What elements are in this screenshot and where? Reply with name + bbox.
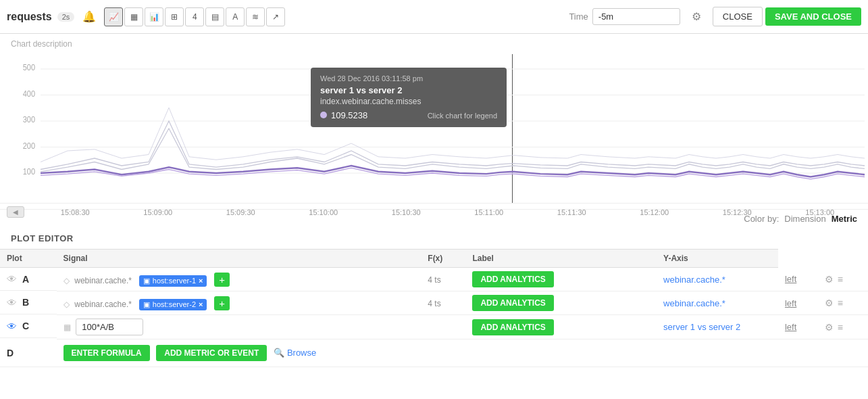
table-row: 👁 C ▦ ADD ANALYTICS server 1 vs server 2… — [0, 315, 868, 339]
row-menu-b[interactable]: ≡ — [838, 298, 843, 308]
analytics-cell-c: ADD ANALYTICS — [465, 315, 657, 339]
yaxis-link-a[interactable]: left — [785, 274, 796, 284]
label-link-c[interactable]: server 1 vs server 2 — [663, 322, 740, 332]
row-actions-c: ⚙ ≡ — [818, 315, 868, 339]
heatmap-icon[interactable]: ⊞ — [165, 7, 184, 26]
eye-toggle-a[interactable]: 👁 — [7, 273, 17, 285]
row-menu-a[interactable]: ≡ — [838, 274, 843, 285]
analytics-cell-a: ADD ANALYTICS — [465, 268, 657, 291]
label-cell-a: webinar.cache.* — [657, 268, 778, 291]
formula-input-c[interactable] — [76, 319, 143, 335]
signal-diamond-icon-a: ◇ — [63, 276, 70, 285]
time-tick: 15:13:00 — [805, 208, 834, 216]
chart-tooltip: Wed 28 Dec 2016 03:11:58 pm server 1 vs … — [311, 68, 507, 127]
add-analytics-c[interactable]: ADD ANALYTICS — [472, 319, 553, 335]
signal-cell-c: ▦ — [57, 315, 422, 339]
chart-container[interactable]: Wed 28 Dec 2016 03:11:58 pm server 1 vs … — [0, 54, 868, 203]
browse-label: Browse — [287, 348, 316, 358]
label-cell-b: webinar.cache.* — [657, 291, 778, 315]
add-tag-b[interactable]: + — [214, 296, 230, 310]
plot-editor: PLOT EDITOR Plot Signal F(x) Label Y-Axi… — [0, 228, 868, 367]
tooltip-title: server 1 vs server 2 — [320, 85, 497, 95]
row-actions-b: ⚙ ≡ — [818, 291, 868, 315]
table-icon[interactable]: ▤ — [205, 7, 224, 26]
label-link-a[interactable]: webinar.cache.* — [663, 275, 725, 285]
table-row: 👁 B ◇ webinar.cache.* ▣ host:server-2 × … — [0, 291, 868, 315]
text-icon[interactable]: A — [226, 7, 245, 26]
settings-icon[interactable]: ⚙ — [686, 6, 707, 28]
svg-text:300: 300 — [23, 116, 35, 124]
time-tick: 15:10:30 — [392, 208, 421, 216]
analytics-cell-b: ADD ANALYTICS — [465, 291, 657, 315]
row-gear-c[interactable]: ⚙ — [825, 322, 834, 333]
chart-back-arrow[interactable]: ◀ — [7, 206, 24, 218]
search-icon: 🔍 — [274, 348, 284, 358]
plot-id-a: A — [22, 274, 29, 285]
time-tick: 15:08:30 — [61, 208, 90, 216]
host-tag-icon-a: ▣ — [143, 277, 150, 285]
add-analytics-b[interactable]: ADD ANALYTICS — [472, 295, 553, 311]
browse-link[interactable]: 🔍 Browse — [274, 348, 316, 358]
label-link-b[interactable]: webinar.cache.* — [663, 298, 725, 308]
col-signal: Signal — [57, 250, 422, 268]
tooltip-date: Wed 28 Dec 2016 03:11:58 pm — [320, 74, 497, 83]
col-label: Label — [465, 250, 657, 268]
host-tag-icon-b: ▣ — [143, 300, 150, 309]
host-tag-remove-b[interactable]: × — [199, 300, 203, 308]
svg-text:100: 100 — [23, 168, 35, 177]
plot-id-d: D — [7, 348, 14, 358]
host-tag-b: ▣ host:server-2 × — [139, 299, 207, 310]
enter-formula-button[interactable]: ENTER FORMULA — [63, 345, 150, 361]
header: requests 2s 🔔 📈 ▦ 📊 ⊞ 4 ▤ A ≋ ↗ Time ⚙ C… — [0, 0, 868, 34]
ts-label-b: 4 ts — [428, 299, 440, 308]
add-analytics-a[interactable]: ADD ANALYTICS — [472, 271, 553, 287]
yaxis-link-c[interactable]: left — [785, 322, 796, 332]
chart-area[interactable]: Chart description Wed 28 Dec 2016 03:11:… — [0, 34, 868, 210]
svg-text:400: 400 — [23, 89, 35, 98]
eye-toggle-c[interactable]: 👁 — [7, 321, 17, 332]
plot-id-c: C — [22, 321, 29, 331]
bell-icon[interactable]: 🔔 — [82, 10, 96, 23]
col-plot: Plot — [0, 250, 57, 268]
tooltip-dot — [320, 112, 327, 118]
bar-chart-icon[interactable]: 📊 — [145, 7, 163, 26]
tooltip-legend-link[interactable]: Click chart for legend — [428, 112, 497, 120]
row-menu-c[interactable]: ≡ — [838, 322, 843, 333]
ts-label-a: 4 ts — [428, 275, 440, 285]
save-and-close-button[interactable]: SAVE AND CLOSE — [765, 7, 861, 26]
number-icon[interactable]: 4 — [185, 7, 204, 26]
close-button[interactable]: CLOSE — [713, 7, 763, 26]
row-d-actions: ENTER FORMULA ADD METRIC OR EVENT 🔍 Brow… — [57, 339, 868, 367]
row-actions-a: ⚙ ≡ — [818, 268, 868, 291]
time-input[interactable] — [592, 8, 680, 25]
tooltip-value: 109.5238 — [331, 110, 367, 120]
add-tag-a[interactable]: + — [214, 273, 230, 287]
distribution-icon[interactable]: ↗ — [266, 7, 285, 26]
eye-toggle-b[interactable]: 👁 — [7, 297, 17, 308]
time-tick: 15:12:30 — [723, 208, 752, 216]
row-gear-b[interactable]: ⚙ — [825, 298, 834, 308]
host-tag-a: ▣ host:server-1 × — [139, 275, 207, 287]
fx-cell-c — [421, 315, 465, 339]
host-tag-label-a: host:server-1 — [153, 277, 196, 285]
svg-text:500: 500 — [23, 64, 35, 72]
time-tick: 15:10:00 — [309, 208, 338, 216]
plot-editor-title: PLOT EDITOR — [0, 228, 868, 249]
col-fx: F(x) — [421, 250, 465, 268]
line-chart-icon[interactable]: 📈 — [104, 7, 123, 26]
table-row-d: D ENTER FORMULA ADD METRIC OR EVENT 🔍 Br… — [0, 339, 868, 367]
area-chart-icon[interactable]: ▦ — [124, 7, 143, 26]
label-cell-c: server 1 vs server 2 — [657, 315, 778, 339]
tooltip-subtitle: index.webinar.cache.misses — [320, 97, 497, 106]
host-tag-remove-a[interactable]: × — [199, 277, 203, 285]
row-gear-a[interactable]: ⚙ — [825, 274, 834, 285]
add-metric-button[interactable]: ADD METRIC OR EVENT — [156, 345, 267, 361]
yaxis-link-b[interactable]: left — [785, 298, 796, 308]
table-row: 👁 A ◇ webinar.cache.* ▣ host:server-1 × … — [0, 268, 868, 291]
timeseries-icon[interactable]: ≋ — [246, 7, 265, 26]
signal-cell-a: ◇ webinar.cache.* ▣ host:server-1 × + — [57, 268, 422, 291]
host-tag-label-b: host:server-2 — [153, 300, 196, 308]
signal-table-icon-c: ▦ — [63, 323, 71, 332]
page-title: requests — [7, 11, 52, 23]
plot-id-d-cell: D — [0, 339, 57, 367]
